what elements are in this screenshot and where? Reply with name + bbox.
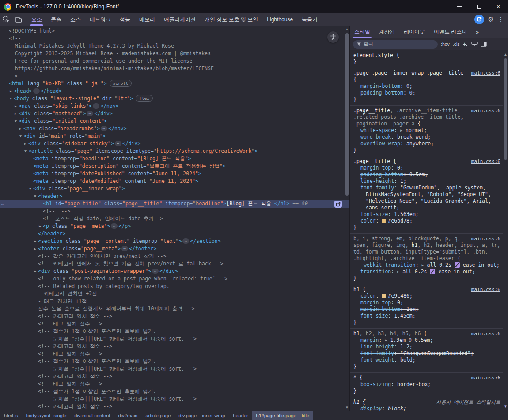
css-property[interactable]: font-size: 1.45em;: [353, 313, 500, 319]
css-property-value[interactable]: break-word: [397, 134, 428, 140]
dom-row[interactable]: <!-- 점수가 1점 이상인 포스트만 후보에 넣기.: [0, 328, 349, 335]
stylesheet-source-link[interactable]: main.css:6: [471, 330, 500, 337]
dom-row[interactable]: <meta itemprop="description" content="블로…: [0, 163, 349, 170]
stylesheet-source-link[interactable]: main.css:6: [471, 286, 500, 293]
dom-row[interactable]: ▼<div class="page__inner-wrap">: [0, 185, 349, 193]
dom-row[interactable]: ▼<header>: [0, 193, 349, 200]
dom-row[interactable]: <meta itemprop="datePublished" content="…: [0, 170, 349, 178]
more-options-icon[interactable]: ⋮: [497, 16, 504, 23]
dom-row[interactable]: Free for personal and commercial use und…: [0, 57, 349, 65]
css-property-value[interactable]: border-box: [397, 381, 428, 387]
breadcrumb-item[interactable]: div.page__inner-wrap: [174, 411, 229, 420]
dom-row[interactable]: ▶<div class="post-pagination-wrapper">⋯<…: [0, 268, 349, 275]
css-property-name[interactable]: margin-top: [360, 299, 391, 306]
cubic-bezier-icon[interactable]: [455, 262, 460, 268]
expand-children-icon[interactable]: ⋯: [152, 269, 159, 274]
css-selector-line[interactable]: 사용자 에이전트 스타일시트h1 {: [353, 399, 500, 405]
expand-arrow-icon[interactable]: ▶: [13, 110, 19, 117]
dom-row[interactable]: 점수 높은 순으로 정렬해서 위에서부터 최대 10개까지 출력 -->: [0, 305, 349, 313]
dom-row[interactable]: <!DOCTYPE html>: [0, 27, 349, 35]
elements-scrollbar[interactable]: ▲ ▼: [345, 26, 349, 411]
css-property[interactable]: line-height: 1;: [353, 178, 500, 185]
expand-children-icon[interactable]: ⋯: [87, 111, 93, 116]
css-property-name[interactable]: font-family: [360, 350, 394, 356]
expand-arrow-icon[interactable]: ▶: [13, 102, 19, 110]
css-property-value[interactable]: 1.563em: [394, 211, 415, 217]
sidebar-tab[interactable]: 계산됨: [375, 26, 399, 38]
devtools-tab[interactable]: 요소: [27, 13, 46, 26]
css-property-name[interactable]: padding-bottom: [360, 171, 403, 178]
expand-children-icon[interactable]: ⋯: [33, 88, 40, 94]
css-selector-line[interactable]: main.css:6b, i, strong, em, blockquote, …: [353, 235, 500, 262]
styles-scrollbar[interactable]: ▲ ▼: [503, 39, 508, 411]
toggle-pseudo-state-button[interactable]: :hov: [441, 42, 450, 47]
css-selector-line[interactable]: main.css:6h1 {: [353, 286, 500, 293]
dom-row[interactable]: -->: [0, 72, 349, 80]
css-property[interactable]: margin: ▶ 1.3em 0 0.5em;: [353, 337, 500, 344]
cubic-bezier-icon[interactable]: [430, 269, 435, 274]
close-button[interactable]: ✕: [489, 0, 508, 13]
css-property-value[interactable]: ease-in-out: [435, 269, 472, 275]
css-property-value[interactable]: 1.2: [400, 344, 409, 350]
css-property[interactable]: margin-bottom: 0;: [353, 83, 500, 90]
dom-row[interactable]: <meta itemprop="headline" content="[Blog…: [0, 155, 349, 163]
css-property-name[interactable]: box-sizing: [360, 381, 391, 387]
expand-arrow-icon[interactable]: ▶: [23, 140, 28, 148]
dom-row[interactable]: 문자열 "점수|||URL" 형태로 저장해서 나중에 sort. -->: [0, 365, 349, 373]
css-property[interactable]: overflow-wrap: anywhere;: [353, 140, 500, 147]
breadcrumb-item[interactable]: div.initial-content: [70, 411, 114, 420]
dom-row[interactable]: <!-- 카테고리 안에서 못 찾으면 기존 전체 prev/next 로 fa…: [0, 260, 349, 268]
css-property-value[interactable]: bold: [400, 357, 413, 363]
breadcrumb-item[interactable]: div#main: [114, 411, 141, 420]
expand-children-icon[interactable]: ⋯: [121, 246, 128, 251]
css-property-name[interactable]: color: [360, 293, 376, 299]
expand-children-icon[interactable]: ⋯: [182, 238, 189, 244]
dom-row[interactable]: - 태그 겹치면 +1점: [0, 298, 349, 305]
css-property-name[interactable]: font-size: [360, 211, 388, 217]
dom-row[interactable]: ▶<div class="sidebar sticky">⋯</div>: [0, 140, 349, 148]
expand-children-icon[interactable]: ⋯: [93, 103, 99, 109]
css-property-name[interactable]: font-family: [360, 185, 394, 191]
sidebar-tab[interactable]: 스타일: [350, 26, 375, 38]
css-selector-line[interactable]: main.css:6.page__title, .archive__item-t…: [353, 107, 500, 127]
dom-row[interactable]: <!-- 카테고리 일치 점수 -->: [0, 313, 349, 320]
dom-row[interactable]: ▶<nav class="skip-links">⋯</nav>: [0, 102, 349, 110]
dom-row[interactable]: ▼<article class="page" itemscope itemtyp…: [0, 148, 349, 155]
dom-row[interactable]: ▼<body class="layout--single" dir="ltr">…: [0, 95, 349, 102]
css-property-name[interactable]: overflow-wrap: [360, 140, 400, 147]
devtools-promo-icon[interactable]: [474, 15, 484, 24]
sidebar-tab[interactable]: 레이아웃: [399, 26, 429, 38]
stylesheet-source-link[interactable]: main.css:6: [471, 107, 500, 114]
css-property[interactable]: font-size: 1.563em;: [353, 211, 500, 218]
css-property-value[interactable]: "ChangwonDangamRounded": [400, 350, 470, 356]
css-property-name[interactable]: margin-top: [360, 165, 391, 171]
breadcrumb-item[interactable]: html.js: [0, 411, 22, 420]
css-property[interactable]: display: block;: [353, 405, 500, 411]
css-property-value[interactable]: 0: [406, 83, 409, 89]
styles-filter-input[interactable]: 필터: [353, 40, 438, 49]
devtools-tab[interactable]: 성능: [115, 13, 135, 26]
css-selector-line[interactable]: main.css:6.page .page__inner-wrap .page_…: [353, 70, 500, 83]
inspect-element-icon[interactable]: [0, 13, 12, 26]
devtools-tab[interactable]: 콘솔: [46, 13, 66, 26]
accessibility-tree-button[interactable]: [327, 31, 339, 43]
dom-row[interactable]: <!-- 카테고리 일치 점수 -->: [0, 403, 349, 410]
dom-row[interactable]: <!-- 카테고리 일치 점수 -->: [0, 373, 349, 380]
css-property[interactable]: color: #e9c486;: [353, 293, 500, 299]
css-property[interactable]: color: #e6bd78;: [353, 218, 500, 224]
dom-row[interactable]: ▼<div id="main" role="main">: [0, 132, 349, 140]
css-property[interactable]: margin-top: 0;: [353, 299, 500, 306]
css-property[interactable]: font-weight: bold;: [353, 357, 500, 363]
dom-row[interactable]: </header>: [0, 230, 349, 238]
css-property-value[interactable]: 1.3em 0 0.5em: [387, 337, 430, 343]
css-property-name[interactable]: margin: [360, 337, 379, 343]
dom-row[interactable]: ▶<div class="masthead">⋯</div>: [0, 110, 349, 117]
expand-arrow-icon[interactable]: ▶: [18, 125, 23, 132]
breadcrumb-item[interactable]: article.page: [141, 411, 174, 420]
scroll-down-icon[interactable]: ▼: [345, 405, 349, 410]
devtools-tab[interactable]: 네트워크: [85, 13, 115, 26]
collapse-arrow-icon[interactable]: ▼: [8, 95, 14, 102]
dom-row[interactable]: <meta itemprop="dateModified" content="J…: [0, 178, 349, 185]
scroll-up-icon[interactable]: ▲: [345, 27, 349, 32]
css-property-value[interactable]: 0.5em: [409, 171, 425, 178]
